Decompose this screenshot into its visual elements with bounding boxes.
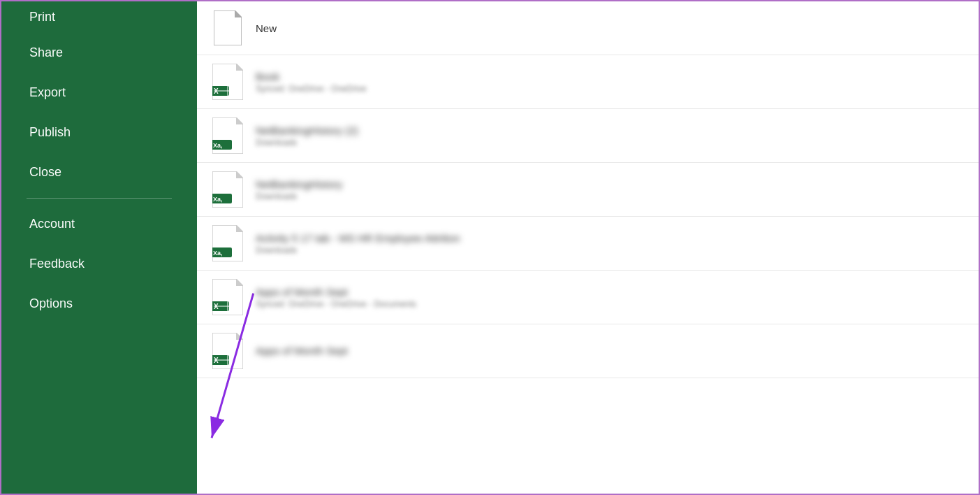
sidebar-item-label: Print bbox=[29, 10, 55, 24]
excel-a-file-icon: Xa, bbox=[212, 171, 243, 208]
file-path: Synced: OneDrive - OneDrive - Documents bbox=[256, 299, 416, 309]
file-info: New bbox=[256, 22, 277, 34]
sidebar-item-publish[interactable]: Publish bbox=[1, 113, 197, 152]
sidebar-item-label: Close bbox=[29, 165, 61, 180]
file-icon-excel: X bbox=[211, 331, 244, 371]
svg-text:Xa,: Xa, bbox=[213, 196, 223, 203]
svg-marker-23 bbox=[236, 279, 243, 286]
sidebar-item-feedback[interactable]: Feedback bbox=[1, 244, 197, 284]
file-info: Book Synced: OneDrive - OneDrive bbox=[256, 71, 367, 94]
file-name: Apps of Month Sept bbox=[256, 286, 416, 298]
file-name: NetBankingHistory bbox=[256, 178, 342, 190]
file-info: NetBankingHistory Downloads bbox=[256, 178, 342, 201]
sidebar-item-label: Share bbox=[29, 45, 63, 60]
main-content: New X Book Synced: OneDrive - OneDrive bbox=[197, 1, 979, 494]
file-row[interactable]: Xa, NetBankingHistory (2) Downloads bbox=[197, 109, 979, 163]
file-name: NetBankingHistory (2) bbox=[256, 124, 358, 136]
file-path: Downloads bbox=[256, 245, 460, 255]
file-info: Apps of Month Sept Synced: OneDrive - On… bbox=[256, 286, 416, 309]
file-path: Downloads bbox=[256, 192, 342, 201]
file-path: Downloads bbox=[256, 138, 358, 148]
file-list: New X Book Synced: OneDrive - OneDrive bbox=[197, 1, 979, 378]
svg-marker-15 bbox=[236, 171, 243, 178]
sidebar: Print Share Export Publish Close Account… bbox=[1, 1, 197, 494]
sidebar-item-share[interactable]: Share bbox=[1, 33, 197, 73]
sidebar-item-label: Export bbox=[29, 85, 66, 100]
file-name: New bbox=[256, 22, 277, 34]
file-path: Synced: OneDrive - OneDrive bbox=[256, 84, 367, 94]
file-row[interactable]: Xa, NetBankingHistory Downloads bbox=[197, 163, 979, 217]
svg-marker-29 bbox=[236, 333, 243, 340]
file-name: Book bbox=[256, 71, 367, 82]
sidebar-item-label: Feedback bbox=[29, 257, 85, 271]
file-row[interactable]: X Book Synced: OneDrive - OneDrive bbox=[197, 55, 979, 109]
sidebar-item-export[interactable]: Export bbox=[1, 73, 197, 113]
sidebar-item-account[interactable]: Account bbox=[1, 204, 197, 244]
sidebar-item-label: Options bbox=[29, 296, 73, 311]
svg-text:Xa,: Xa, bbox=[213, 142, 223, 149]
excel-a-file-icon: Xa, bbox=[212, 225, 243, 261]
file-info: Activity 5 17 tab - MS HR Employee Attri… bbox=[256, 232, 460, 255]
sidebar-item-close[interactable]: Close bbox=[1, 152, 197, 192]
file-row[interactable]: X Apps of Month Sept Synced: OneDrive - … bbox=[197, 271, 979, 324]
file-row[interactable]: New bbox=[197, 1, 979, 55]
file-name: Activity 5 17 tab - MS HR Employee Attri… bbox=[256, 232, 460, 244]
new-file-icon bbox=[214, 10, 242, 45]
sidebar-item-options[interactable]: Options bbox=[1, 284, 197, 324]
file-icon-excel-a: Xa, bbox=[211, 116, 244, 155]
file-info: Apps of Month Sept bbox=[256, 345, 348, 358]
sidebar-item-print[interactable]: Print bbox=[1, 1, 197, 33]
sidebar-item-label: Publish bbox=[29, 125, 71, 140]
file-icon-excel: X bbox=[211, 62, 244, 101]
file-row[interactable]: Xa, Activity 5 17 tab - MS HR Employee A… bbox=[197, 217, 979, 271]
svg-marker-3 bbox=[235, 10, 242, 17]
excel-file-icon: X bbox=[212, 279, 243, 315]
file-icon-excel: X bbox=[211, 278, 244, 317]
excel-a-file-icon: Xa, bbox=[212, 117, 243, 154]
excel-file-icon: X bbox=[212, 64, 243, 100]
svg-marker-5 bbox=[236, 64, 243, 71]
file-icon-excel-a: Xa, bbox=[211, 170, 244, 209]
sidebar-item-label: Account bbox=[29, 217, 75, 231]
svg-marker-19 bbox=[236, 225, 243, 232]
file-icon-new bbox=[211, 8, 244, 48]
file-row[interactable]: X Apps of Month Sept bbox=[197, 324, 979, 378]
svg-marker-11 bbox=[236, 117, 243, 124]
file-name: Apps of Month Sept bbox=[256, 345, 348, 357]
svg-text:Xa,: Xa, bbox=[213, 250, 223, 257]
sidebar-divider bbox=[27, 198, 172, 199]
file-icon-excel-a: Xa, bbox=[211, 224, 244, 263]
excel-file-icon: X bbox=[212, 333, 243, 369]
file-info: NetBankingHistory (2) Downloads bbox=[256, 124, 358, 148]
